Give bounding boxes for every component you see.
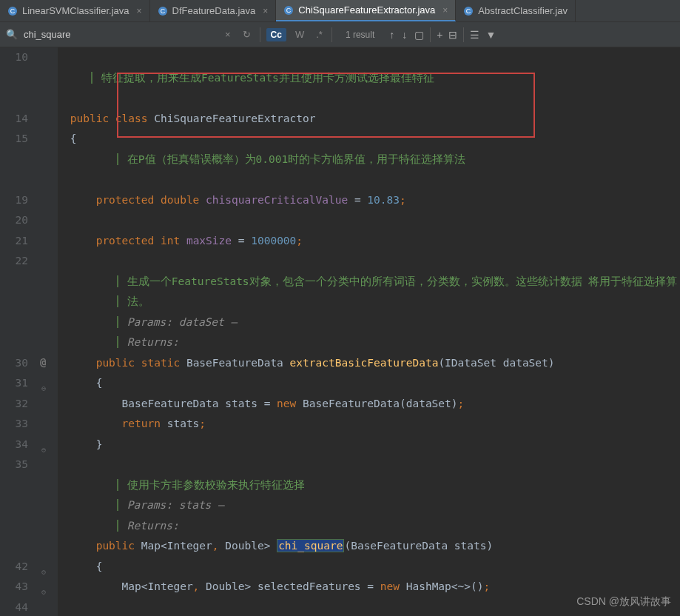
- java-class-icon: C: [463, 6, 474, 16]
- next-match-icon[interactable]: ↓: [402, 29, 407, 41]
- settings-icon[interactable]: ☰: [470, 29, 479, 41]
- svg-text:C: C: [160, 7, 165, 15]
- remove-selection-icon[interactable]: ⊟: [448, 29, 457, 41]
- clear-search-icon[interactable]: ×: [222, 27, 234, 41]
- tab-label: ChiSquareFeatureExtractor.java: [298, 4, 435, 16]
- regex-button[interactable]: .*: [313, 27, 326, 41]
- line-gutter: 10 14 15 19 20 21 22 30 31 32 33 34 35 4…: [0, 47, 36, 616]
- java-class-icon: C: [7, 6, 18, 16]
- java-class-icon: C: [283, 5, 294, 16]
- fold-gutter: @ ⊖ ⊖ ⊖ ⊖: [36, 47, 58, 616]
- code-area[interactable]: 特征提取，用来生成FeatureStats并且使用卡方测试选择最佳特征 publ…: [58, 47, 680, 616]
- search-input[interactable]: [24, 29, 216, 40]
- tab-chisquare[interactable]: C ChiSquareFeatureExtractor.java ×: [276, 0, 456, 21]
- tab-linearsvm[interactable]: C LinearSVMClassifier.java ×: [0, 0, 150, 21]
- watermark: CSDN @放风讲故事: [576, 595, 671, 609]
- tab-label: LinearSVMClassifier.java: [22, 5, 129, 16]
- java-class-icon: C: [158, 6, 168, 16]
- words-button[interactable]: W: [292, 27, 307, 41]
- tab-abstractclassifier[interactable]: C AbstractClassifier.jav: [456, 0, 576, 21]
- find-bar: 🔍 × ↻ Cc W .* 1 result ↑ ↓ ▢ + ⊟ ☰ ▼: [0, 22, 680, 47]
- tab-dffeature[interactable]: C DfFeatureData.java ×: [150, 0, 277, 21]
- history-icon[interactable]: ↻: [240, 27, 254, 41]
- annotation-marker: @: [40, 352, 46, 373]
- match-case-button[interactable]: Cc: [266, 28, 286, 41]
- result-count: 1 result: [346, 30, 374, 40]
- fold-icon[interactable]: ⊖: [41, 378, 46, 399]
- prev-match-icon[interactable]: ↑: [389, 29, 394, 41]
- tab-label: AbstractClassifier.jav: [478, 5, 568, 16]
- svg-text:C: C: [286, 7, 292, 14]
- fold-icon[interactable]: ⊖: [41, 440, 46, 461]
- search-match: chi_square: [277, 539, 344, 552]
- select-all-icon[interactable]: ▢: [414, 29, 424, 41]
- fold-icon[interactable]: ⊖: [41, 582, 46, 603]
- tab-label: DfFeatureData.java: [172, 5, 256, 16]
- svg-text:C: C: [10, 7, 16, 15]
- close-icon[interactable]: ×: [137, 6, 142, 16]
- filter-icon[interactable]: ▼: [485, 29, 496, 41]
- fold-icon[interactable]: ⊖: [41, 562, 46, 583]
- close-icon[interactable]: ×: [442, 5, 448, 16]
- add-selection-icon[interactable]: +: [437, 29, 442, 41]
- editor-tabs: C LinearSVMClassifier.java × C DfFeature…: [0, 0, 680, 22]
- close-icon[interactable]: ×: [263, 6, 268, 16]
- svg-text:C: C: [466, 7, 471, 15]
- code-editor[interactable]: 10 14 15 19 20 21 22 30 31 32 33 34 35 4…: [0, 47, 680, 616]
- search-icon: 🔍: [6, 29, 18, 40]
